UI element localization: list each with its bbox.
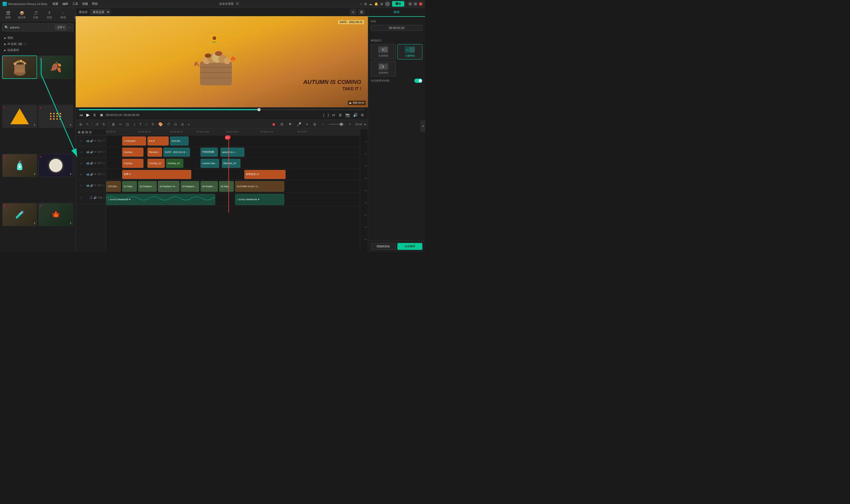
sticker-item-3[interactable]: ♥ ⬇ [2,105,37,128]
clip-5-golde[interactable]: GOLDE... [170,137,189,145]
progress-track[interactable] [79,109,365,110]
clip-3-autumn-has[interactable]: Autumn has... [200,159,219,168]
tl-mic-btn[interactable]: 🎤 [295,121,303,127]
track-eye-4[interactable]: 👁 [94,150,97,154]
track-header-icon3[interactable]: ⊟ [85,130,88,134]
minimize-button[interactable]: ─ [409,2,412,5]
track-eye-3[interactable]: 👁 [94,162,97,165]
sticker-item-6[interactable]: ♥ ⬇ [38,154,73,177]
tl-cut-btn[interactable]: ✂ [118,121,124,127]
clip-5-element[interactable]: ☀ Element... [122,137,146,145]
track-cam-4[interactable]: 📹 [86,150,89,154]
tl-redo-btn[interactable]: ↻ [101,121,107,127]
clip-1-02[interactable]: 02 Replace You... [138,181,157,192]
tl-text-btn[interactable]: T [138,121,143,127]
menu-help[interactable]: 幫助 [92,2,98,6]
settings-playback-btn[interactable]: ⚙ [360,112,365,118]
tl-box-btn[interactable]: □ [144,121,149,127]
icon-cloud[interactable]: ☁ [369,2,372,6]
transition-prev[interactable]: 前置轉場 [371,44,396,59]
tl-audio-btn[interactable]: ♫ [131,121,137,127]
tl-flag-btn[interactable]: ⚑ [287,121,293,127]
timeline-content[interactable]: 00:00:00 00:00:04:19 00:00:09:14 00:00:1… [106,129,360,252]
keyframe-panel-btn[interactable]: 開鍵幀面板 [371,243,396,250]
tl-list-btn[interactable]: ≡ [305,121,309,127]
track-cam-1[interactable]: 📹 [86,184,89,187]
preview-photo-icon[interactable]: 🖼 [358,9,365,15]
menu-edit[interactable]: 編輯 [63,2,68,6]
export-button[interactable]: 導出 [392,1,404,7]
progress-thumb[interactable] [258,108,261,111]
close-button[interactable]: ✕ [419,2,422,5]
preview-split-icon[interactable]: ⊟ [350,9,356,15]
clip-1-04[interactable]: 04 Replace Your Vide... [181,181,199,192]
tl-rotate-btn[interactable]: ↻ [150,121,156,127]
include-toggle[interactable] [414,78,422,83]
nav-sticker-material[interactable]: ▶ 貼紙素材 [2,47,73,53]
tl-motion-btn[interactable]: ⊙ [173,121,178,127]
duration-input[interactable]: 00:00:01:03 [371,25,422,31]
maximize-button[interactable]: □ [414,2,417,5]
prev-frame-btn[interactable]: ⏮ [79,112,84,118]
track-sound-2[interactable]: 🔊 [90,173,93,176]
tl-magnet-btn[interactable]: ⊕ [78,121,84,127]
zoom-thumb[interactable] [340,123,343,126]
tl-settings-btn[interactable]: ⚙ [279,121,285,127]
clip-4-midautumn[interactable]: 中秋前快樂 [200,148,218,157]
clip-1-05[interactable]: 05 Replace Y... [200,181,218,192]
tab-title[interactable]: T 標題 [43,10,56,21]
track-header-icon4[interactable]: ⊡ [89,130,92,134]
nav-ai-sticker[interactable]: ▶ AI 貼紙 AI ⓘ [2,41,73,47]
add-track-icon[interactable]: ⊕ [78,130,81,134]
clip-3-overlay02[interactable]: Overlay_02 [166,159,183,168]
clip-audio-2[interactable]: ♪ Sunny Weekends ♥ [235,194,284,205]
clip-2-autumn-mini[interactable]: 秋季迷你1 ♥ [244,170,286,179]
clip-1-autumn-vlog-start[interactable]: AUTUMN /... [106,181,121,192]
sticker-item-2[interactable]: ♥ 🍂 [38,55,73,79]
indicator-dropdown[interactable]: ▾ [365,123,366,126]
track-cam-3[interactable]: 📹 [86,162,89,165]
search-input[interactable] [10,26,54,29]
sticker-item-1[interactable]: ♥ [2,55,37,79]
track-sound-3[interactable]: 🔊 [90,162,93,165]
tab-transition[interactable]: ↔ 轉場 [57,10,70,21]
clip-3-overlay[interactable]: Overlay... [122,159,143,168]
clip-1-03[interactable]: 03 Replace Your... [158,181,179,192]
transition-post[interactable]: 後置轉場 [371,61,396,76]
tl-more-btn[interactable]: » [187,121,191,127]
track-cam-5[interactable]: 📹 [86,139,89,142]
tab-material[interactable]: 📦 素材庫 [15,10,29,21]
menu-file[interactable]: 檔案 [53,2,58,6]
track-music-icon[interactable]: 🎵 [89,196,93,199]
screenshot-btn[interactable]: 📷 [345,112,350,118]
collapse-panel-btn[interactable]: ◀ [421,121,425,131]
track-eye-1[interactable]: 👁 [94,184,97,187]
apply-all-btn[interactable]: 全部應用 [397,243,422,250]
tl-color-btn[interactable]: 🎨 [157,121,164,127]
clip-4-autumn[interactable]: autumn is c... [220,148,244,157]
clip-2-autumn[interactable]: 秋季 ♥ [122,170,191,179]
loop-btn[interactable]: ⇄ [332,112,336,118]
user-avatar[interactable] [385,2,390,6]
tl-undo-btn[interactable]: ↺ [94,121,100,127]
track-cam-2[interactable]: 📹 [86,173,89,176]
sticker-item-5[interactable]: ♥ 🧴 ⬇ [2,154,37,177]
tl-delete-btn[interactable]: 🗑 [110,121,117,127]
clip-1-autumn-end[interactable]: AUTUMN VLOG / A... [235,181,284,192]
track-sound-5[interactable]: 🔊 [90,139,93,142]
search-filter-btn[interactable]: 全部 ▾ [55,25,66,30]
clip-4-date[interactable]: DATE : 2022.09.19 /... [163,148,190,157]
icon-screen[interactable]: ⊞ [364,2,367,6]
tl-timer-btn[interactable]: ⏱ [165,121,172,127]
nav-my[interactable]: ▶ 我的 [2,35,73,41]
tl-crop-btn[interactable]: ⊡ [125,121,130,127]
tab-media[interactable]: 🎬 媒體 [1,10,15,21]
track-header-icon2[interactable]: ⊞ [82,130,84,134]
stop-btn[interactable]: ⏹ [99,112,104,118]
tl-pointer-btn[interactable]: ↖ [85,121,91,127]
monitor-btn[interactable]: 🖥 [338,112,343,118]
tl-plus-btn[interactable]: ＋ [347,121,353,127]
search-more-icon[interactable]: ⋯ [68,25,71,29]
mark-out-btn[interactable]: } [327,112,330,118]
track-sound-audio[interactable]: 🔊 [93,196,97,199]
